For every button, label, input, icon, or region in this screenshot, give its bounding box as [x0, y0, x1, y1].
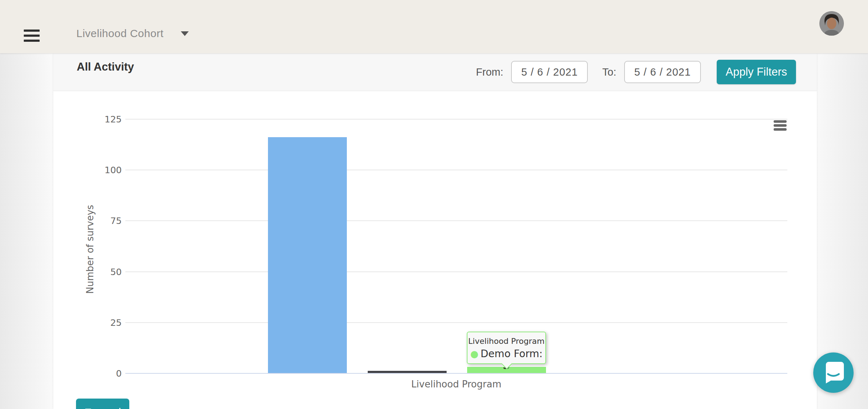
gridline-y100 — [125, 170, 787, 170]
avatar-image — [819, 11, 844, 36]
y-tick-label: 25 — [89, 317, 122, 328]
tooltip-series-label: Demo Form: — [480, 348, 542, 360]
to-date-input[interactable] — [624, 61, 701, 83]
gridline-y50 — [125, 271, 787, 272]
filter-bar: All Activity From: To: Apply Filters — [53, 53, 817, 91]
surveys-bar-chart: Number of surveys Livelihood Program Liv… — [53, 91, 817, 401]
page-title: All Activity — [77, 60, 134, 73]
gridline-y25 — [125, 322, 787, 323]
y-tick-label: 50 — [89, 266, 122, 277]
x-axis-label: Livelihood Program — [411, 379, 501, 390]
filter-controls: From: To: Apply Filters — [476, 53, 796, 91]
chart-tooltip: Livelihood Program ●Demo Form: 3 — [467, 332, 546, 364]
activity-card: All Activity From: To: Apply Filters Num… — [53, 53, 817, 409]
bar-series-0[interactable] — [268, 137, 347, 373]
apply-filters-button[interactable]: Apply Filters — [717, 60, 796, 84]
x-axis-line — [125, 373, 787, 374]
series-marker-icon: ● — [470, 349, 479, 359]
hamburger-icon[interactable] — [24, 30, 40, 42]
to-label: To: — [602, 66, 616, 78]
expand-button[interactable]: Expand — [76, 399, 129, 409]
from-label: From: — [476, 66, 504, 78]
y-tick-label: 125 — [89, 114, 122, 125]
app-bar: Livelihood Cohort — [0, 0, 868, 53]
tooltip-category: Livelihood Program — [467, 337, 545, 346]
bar-series-1[interactable] — [368, 371, 447, 373]
gridline-y125 — [125, 119, 787, 120]
chevron-down-icon — [181, 31, 189, 36]
from-date-input[interactable] — [511, 61, 588, 83]
cohort-dropdown[interactable]: Livelihood Cohort — [76, 27, 189, 40]
cohort-dropdown-label: Livelihood Cohort — [76, 27, 164, 40]
intercom-launcher[interactable] — [813, 352, 854, 393]
y-tick-label: 75 — [89, 216, 122, 226]
user-avatar[interactable] — [819, 11, 844, 36]
chart-context-menu-icon[interactable] — [774, 120, 787, 132]
gridline-y75 — [125, 220, 787, 221]
intercom-chat-icon — [823, 362, 844, 383]
y-tick-label: 100 — [89, 165, 122, 175]
y-tick-label: 0 — [89, 368, 122, 379]
